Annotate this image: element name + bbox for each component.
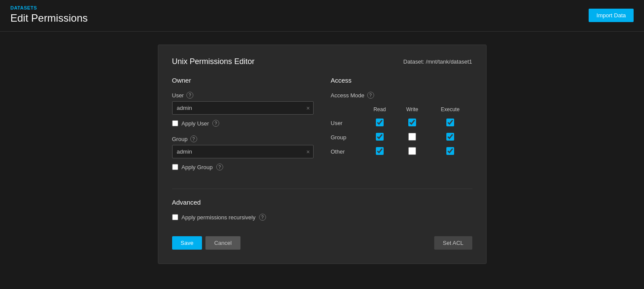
other-write-checkbox[interactable] bbox=[408, 147, 416, 155]
editor-card: Unix Permissions Editor Dataset: /mnt/ta… bbox=[158, 45, 487, 264]
row-label-group: Group bbox=[331, 130, 363, 144]
section-divider bbox=[172, 189, 472, 189]
user-field-label: User bbox=[172, 92, 184, 99]
table-row-user: User bbox=[331, 116, 472, 130]
breadcrumb: DATASETS bbox=[10, 5, 634, 10]
apply-group-label: Apply Group bbox=[182, 164, 213, 170]
page-title: Edit Permissions bbox=[10, 12, 634, 24]
apply-user-checkbox[interactable] bbox=[172, 120, 178, 126]
permissions-table: Read Write Execute User bbox=[331, 105, 472, 159]
col-header-empty bbox=[331, 105, 363, 116]
advanced-section-label: Advanced bbox=[172, 199, 472, 206]
recursive-checkbox[interactable] bbox=[172, 214, 178, 220]
other-read-checkbox[interactable] bbox=[376, 147, 384, 155]
access-mode-help-icon: ? bbox=[367, 92, 374, 99]
set-acl-button[interactable]: Set ACL bbox=[434, 236, 472, 250]
col-header-write: Write bbox=[396, 105, 429, 116]
group-help-icon: ? bbox=[190, 135, 197, 142]
card-title: Unix Permissions Editor bbox=[172, 57, 255, 66]
group-field-label: Group bbox=[172, 136, 188, 142]
apply-group-help-icon: ? bbox=[216, 164, 223, 170]
user-clear-icon[interactable]: × bbox=[306, 105, 310, 111]
group-input[interactable] bbox=[172, 145, 314, 158]
save-button[interactable]: Save bbox=[172, 236, 202, 250]
recursive-help-icon: ? bbox=[259, 214, 266, 221]
group-execute-checkbox[interactable] bbox=[446, 133, 454, 141]
cancel-button[interactable]: Cancel bbox=[205, 236, 240, 250]
user-execute-checkbox[interactable] bbox=[446, 119, 454, 126]
apply-user-help-icon: ? bbox=[212, 120, 219, 127]
user-write-checkbox[interactable] bbox=[408, 119, 416, 126]
table-row-other: Other bbox=[331, 144, 472, 159]
user-input[interactable] bbox=[172, 101, 314, 115]
access-mode-label: Access Mode bbox=[331, 92, 365, 99]
card-dataset-info: Dataset: /mnt/tank/dataset1 bbox=[404, 58, 472, 65]
access-section-label: Access bbox=[331, 77, 472, 84]
card-footer: Save Cancel Set ACL bbox=[172, 236, 472, 250]
table-row-group: Group bbox=[331, 130, 472, 144]
group-clear-icon[interactable]: × bbox=[306, 149, 310, 155]
group-write-checkbox[interactable] bbox=[408, 133, 416, 141]
row-label-user: User bbox=[331, 116, 363, 130]
col-header-execute: Execute bbox=[428, 105, 472, 116]
other-execute-checkbox[interactable] bbox=[446, 147, 454, 155]
col-header-read: Read bbox=[363, 105, 396, 116]
apply-user-label: Apply User bbox=[182, 120, 209, 127]
row-label-other: Other bbox=[331, 144, 363, 159]
user-read-checkbox[interactable] bbox=[376, 119, 384, 126]
user-help-icon: ? bbox=[186, 92, 193, 99]
owner-section-label: Owner bbox=[172, 77, 314, 84]
group-read-checkbox[interactable] bbox=[376, 133, 384, 141]
import-data-button[interactable]: Import Data bbox=[589, 9, 634, 22]
recursive-label: Apply permissions recursively bbox=[182, 214, 256, 221]
apply-group-checkbox[interactable] bbox=[172, 164, 178, 170]
